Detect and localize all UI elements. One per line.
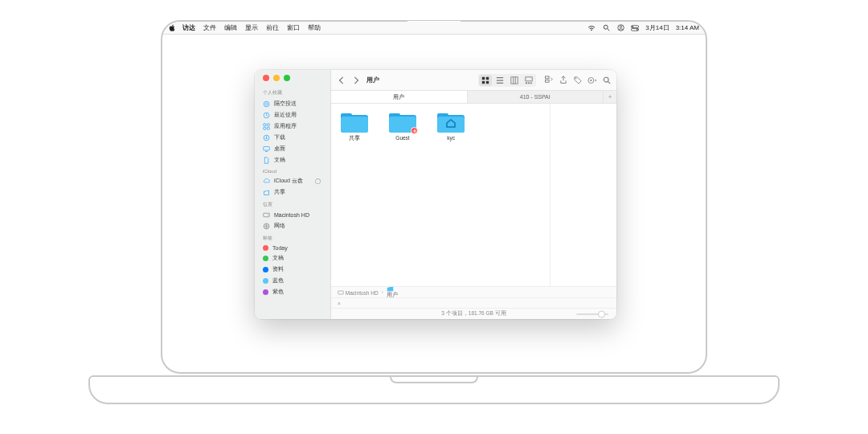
icon-size-slider[interactable]: [576, 313, 608, 315]
menu-file[interactable]: 文件: [203, 23, 216, 32]
path-segment-disk[interactable]: Macintosh HD: [338, 289, 379, 296]
disk-icon: [263, 211, 270, 219]
svg-rect-26: [526, 76, 532, 80]
svg-point-35: [604, 77, 608, 82]
sidebar-item-label: 文稿: [272, 254, 284, 262]
window-zoom-button[interactable]: [284, 75, 290, 81]
sidebar-tag-lanse[interactable]: 蓝色: [255, 275, 330, 286]
window-minimize-button[interactable]: [273, 75, 280, 81]
airdrop-icon: [263, 100, 270, 108]
svg-point-34: [590, 79, 592, 80]
sidebar-item-label: 最近使用: [274, 111, 297, 119]
sidebar-item-label: 桌面: [274, 145, 285, 153]
desktop-icon: [263, 145, 270, 153]
sidebar-tag-wengao[interactable]: 文稿: [255, 252, 330, 264]
svg-rect-22: [486, 76, 489, 79]
sidebar-item-apps[interactable]: 应用程序: [255, 121, 330, 132]
action-button[interactable]: [588, 76, 597, 85]
tab-sspai[interactable]: 410 - SSPAI: [468, 91, 604, 103]
preview-pane: [551, 104, 616, 286]
window-close-button[interactable]: [263, 75, 269, 81]
svg-point-8: [637, 28, 638, 30]
file-item-guest[interactable]: Guest: [386, 112, 420, 278]
svg-point-1: [604, 25, 608, 29]
home-overlay-icon: [445, 118, 457, 128]
menubar-date[interactable]: 3月14日: [645, 23, 669, 32]
tags-button[interactable]: [573, 76, 583, 85]
control-center-icon[interactable]: [631, 24, 639, 32]
file-item-kyc[interactable]: kyc: [434, 112, 468, 278]
cloud-icon: [263, 178, 270, 185]
sidebar-item-recents[interactable]: 最近使用: [255, 109, 330, 121]
svg-rect-23: [482, 80, 485, 83]
wifi-icon[interactable]: [588, 24, 596, 32]
sidebar-item-network[interactable]: 网络: [255, 220, 330, 231]
status-bar: 3 个项目，181.76 GB 可用: [331, 308, 616, 319]
sidebar-tag-zise[interactable]: 紫色: [255, 286, 330, 297]
user-icon[interactable]: [616, 24, 624, 32]
sidebar-item-icloud-drive[interactable]: iCloud 云盘: [255, 175, 330, 186]
sidebar-item-desktop[interactable]: 桌面: [255, 143, 330, 154]
svg-rect-31: [545, 80, 549, 83]
laptop-base: [88, 375, 780, 404]
group-by-button[interactable]: [544, 76, 554, 85]
svg-rect-28: [528, 82, 530, 84]
window-title: 用户: [366, 76, 379, 84]
sidebar-item-downloads[interactable]: 下载: [255, 132, 330, 143]
view-gallery-button[interactable]: [522, 75, 535, 86]
window-traffic-lights: [255, 75, 330, 86]
screen: 访达 文件 编辑 显示 前往 窗口 帮助: [162, 22, 706, 372]
finder-sidebar: 个人收藏 隔空投送 最近使用 应用程序 下载: [255, 70, 331, 319]
nav-back-button[interactable]: [336, 75, 347, 86]
svg-rect-36: [338, 291, 344, 294]
sidebar-item-label: 资料: [272, 265, 284, 273]
view-list-button[interactable]: [493, 75, 506, 86]
view-column-button[interactable]: [508, 75, 521, 86]
sidebar-item-label: iCloud 云盘: [274, 177, 303, 185]
sidebar-item-label: Macintosh HD: [274, 212, 309, 218]
tab-label: 410 - SSPAI: [520, 94, 551, 100]
tag-dot-icon: [263, 289, 268, 295]
tab-add-button[interactable]: +: [604, 91, 616, 103]
file-item-shared[interactable]: 共享: [338, 112, 371, 278]
files-area[interactable]: 共享 Guest: [331, 104, 551, 286]
tag-dot-icon: [263, 245, 268, 251]
sidebar-item-shared[interactable]: 共享: [255, 186, 330, 198]
svg-rect-15: [267, 127, 269, 129]
svg-point-4: [620, 26, 621, 27]
tag-dot-icon: [263, 278, 268, 284]
menubar-time[interactable]: 3:14 AM: [676, 24, 699, 31]
globe-icon: [263, 223, 270, 230]
laptop-frame: 访达 文件 编辑 显示 前往 窗口 帮助: [161, 20, 707, 374]
sidebar-section-icloud: iCloud: [255, 166, 330, 175]
finder-toolbar: 用户: [331, 70, 616, 91]
apple-menu[interactable]: [169, 24, 176, 31]
sidebar-item-airdrop[interactable]: 隔空投送: [255, 98, 330, 109]
sidebar-item-macintosh-hd[interactable]: Macintosh HD: [255, 210, 330, 220]
view-icon-button[interactable]: [479, 75, 492, 86]
folder-mini-icon: [387, 286, 398, 292]
menu-help[interactable]: 帮助: [308, 23, 321, 32]
search-button[interactable]: [602, 76, 612, 85]
file-label: Guest: [395, 135, 409, 141]
tag-dot-icon: [263, 267, 268, 272]
sidebar-tag-ziliao[interactable]: 资料: [255, 264, 330, 275]
finder-content: 共享 Guest: [331, 104, 616, 286]
close-pathbar-icon[interactable]: ×: [331, 301, 347, 306]
menu-go[interactable]: 前往: [266, 23, 279, 32]
menu-edit[interactable]: 编辑: [224, 23, 237, 32]
sidebar-tag-today[interactable]: Today: [255, 244, 330, 252]
sidebar-section-locations: 位置: [255, 198, 330, 210]
menu-window[interactable]: 窗口: [287, 23, 300, 32]
menubar-app-name[interactable]: 访达: [182, 23, 195, 32]
tab-users[interactable]: 用户: [331, 91, 468, 103]
nav-forward-button[interactable]: [350, 75, 362, 86]
menu-view[interactable]: 显示: [245, 23, 258, 32]
sidebar-item-documents[interactable]: 文稿: [255, 154, 330, 166]
folder-icon: [437, 112, 465, 133]
svg-point-19: [268, 215, 268, 215]
tab-label: 用户: [393, 93, 404, 101]
share-button[interactable]: [559, 76, 568, 85]
spotlight-icon[interactable]: [602, 24, 610, 32]
svg-line-2: [608, 29, 609, 31]
